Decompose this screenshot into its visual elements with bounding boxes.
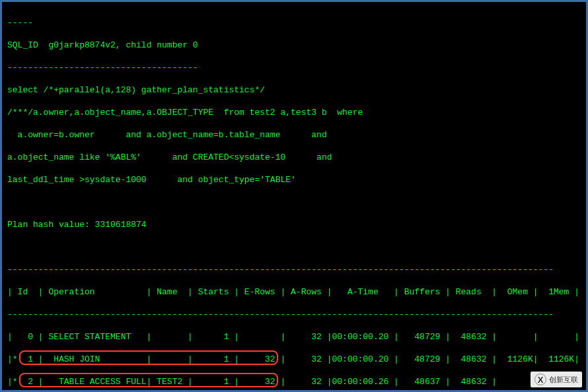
watermark: X 创新互联 bbox=[531, 372, 582, 387]
sql-id-line: SQL_ID g0jarkp8874v2, child number 0 bbox=[7, 40, 581, 51]
plan-border: ----------------------------------------… bbox=[7, 309, 581, 320]
plan-border: ----------------------------------------… bbox=[7, 264, 581, 275]
sep: ------------------------------------- bbox=[7, 62, 581, 73]
plan-hash-line: Plan hash value: 3310618874 bbox=[7, 219, 581, 230]
sql-text-line: a.owner=b.owner and a.object_name=b.tabl… bbox=[7, 129, 581, 141]
sql-text-line: /***/a.owner,a.object_name,a.OBJECT_TYPE… bbox=[7, 107, 581, 118]
sep: ----- bbox=[7, 17, 581, 28]
terminal-output: ----- SQL_ID g0jarkp8874v2, child number… bbox=[0, 0, 588, 392]
sql-text-line: select /*+parallel(a,128) gather_plan_st… bbox=[7, 84, 581, 96]
plan-row: |* 2 | TABLE ACCESS FULL| TEST2 | 1 | 32… bbox=[7, 376, 581, 387]
plan-row: | 0 | SELECT STATEMENT | | 1 | | 32 |00:… bbox=[7, 331, 581, 343]
plan-header-row: | Id | Operation | Name | Starts | E-Row… bbox=[7, 286, 581, 298]
sql-text-line: last_ddl_time >sysdate-1000 and object_t… bbox=[7, 174, 581, 185]
blank bbox=[7, 197, 581, 208]
sql-text-line: a.object_name like '%ABL%' and CREATED<s… bbox=[7, 152, 581, 163]
blank bbox=[7, 242, 581, 253]
watermark-text: 创新互联 bbox=[549, 374, 578, 385]
plan-row: |* 1 | HASH JOIN | | 1 | 32 | 32 |00:00:… bbox=[7, 354, 581, 365]
watermark-logo-icon: X bbox=[534, 374, 546, 385]
